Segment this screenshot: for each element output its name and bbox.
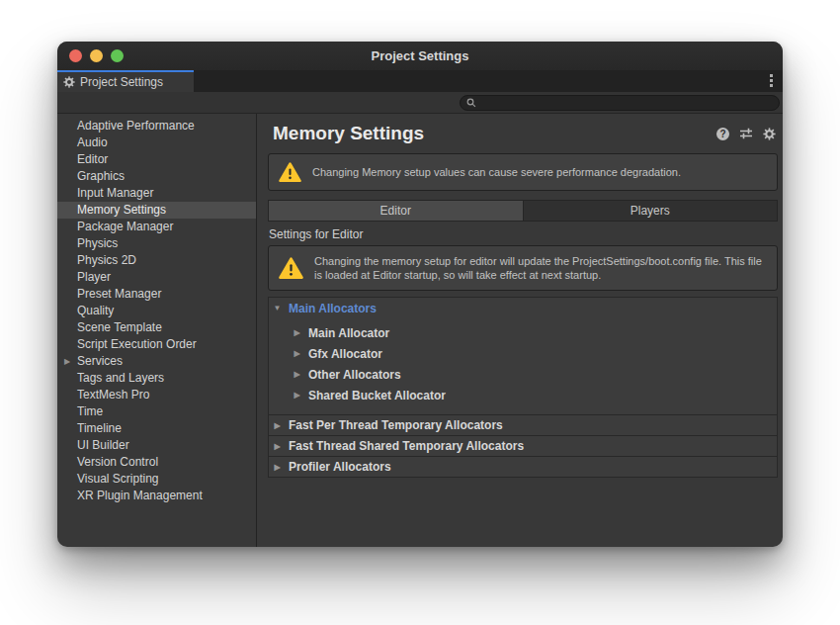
foldout-label: Main Allocators	[289, 302, 377, 315]
gear-icon	[63, 76, 75, 88]
preset-icon[interactable]	[739, 128, 753, 139]
desktop-background: Project Settings	[0, 0, 840, 625]
search-field[interactable]	[460, 95, 780, 111]
sidebar-item-physics[interactable]: Physics	[57, 235, 256, 252]
foldout-shared-bucket-allocator[interactable]: ▶ Shared Bucket Allocator	[269, 385, 777, 405]
foldout-collapsed-icon: ▶	[273, 421, 282, 430]
foldout-label: Gfx Allocator	[308, 347, 382, 361]
help-icon[interactable]: ?	[716, 128, 729, 140]
settings-sidebar: Adaptive Performance Audio Editor Graphi…	[57, 114, 257, 547]
tab-label: Project Settings	[80, 75, 163, 89]
sidebar-item-label: Services	[77, 354, 123, 368]
settings-for-label: Settings for Editor	[268, 227, 778, 241]
warning-icon	[279, 257, 303, 280]
sidebar-item-textmesh-pro[interactable]: TextMesh Pro	[57, 387, 256, 403]
warning-text: Changing Memory setup values can cause s…	[312, 165, 681, 179]
warning-icon	[279, 162, 301, 183]
sidebar-item-ui-builder[interactable]: UI Builder	[57, 437, 256, 454]
sidebar-item-scene-template[interactable]: Scene Template	[57, 319, 256, 336]
tab-strip: Project Settings	[57, 70, 783, 92]
sidebar-item-graphics[interactable]: Graphics	[57, 168, 256, 185]
tab-project-settings[interactable]: Project Settings	[57, 70, 194, 92]
foldout-collapsed-icon: ▶	[293, 349, 301, 358]
memory-settings-panel: Memory Settings ?	[257, 114, 783, 547]
foldout-fast-per-thread-temporary-allocators[interactable]: ▶ Fast Per Thread Temporary Allocators	[269, 414, 777, 435]
sidebar-item-version-control[interactable]: Version Control	[57, 454, 256, 471]
sidebar-item-editor[interactable]: Editor	[57, 151, 256, 168]
close-window-button[interactable]	[69, 49, 82, 62]
tab-editor[interactable]: Editor	[269, 201, 523, 221]
sidebar-item-physics-2d[interactable]: Physics 2D	[57, 252, 256, 269]
expand-arrow-icon[interactable]: ▶	[64, 353, 70, 370]
foldout-label: Profiler Allocators	[289, 460, 391, 474]
foldout-label: Main Allocator	[308, 326, 389, 340]
foldout-collapsed-icon: ▶	[273, 442, 282, 451]
editor-warning-banner: Changing the memory setup for editor wil…	[268, 245, 778, 291]
tab-players[interactable]: Players	[523, 201, 778, 221]
sidebar-item-time[interactable]: Time	[57, 403, 256, 420]
sidebar-item-xr-plugin-management[interactable]: XR Plugin Management	[57, 488, 256, 504]
foldout-other-allocators[interactable]: ▶ Other Allocators	[269, 364, 777, 385]
platform-tabs: Editor Players	[268, 200, 778, 222]
foldout-label: Shared Bucket Allocator	[308, 389, 446, 402]
warning-banner: Changing Memory setup values can cause s…	[268, 153, 778, 191]
search-icon	[466, 98, 476, 108]
allocators-list: ▼ Main Allocators ▶ Main Allocator ▶ Gfx…	[268, 297, 778, 478]
sidebar-item-tags-and-layers[interactable]: Tags and Layers	[57, 370, 256, 387]
kebab-menu-icon[interactable]	[770, 74, 773, 87]
toolbar	[57, 92, 783, 114]
header-icons: ?	[716, 128, 776, 140]
foldout-collapsed-icon: ▶	[293, 370, 301, 379]
sidebar-item-quality[interactable]: Quality	[57, 303, 256, 319]
foldout-collapsed-icon: ▶	[293, 391, 301, 400]
project-settings-window: Project Settings	[57, 42, 783, 547]
sidebar-item-adaptive-performance[interactable]: Adaptive Performance	[57, 118, 256, 134]
main-allocators-children: ▶ Main Allocator ▶ Gfx Allocator ▶ Other…	[269, 318, 777, 414]
gear-icon[interactable]	[763, 128, 776, 140]
page-title: Memory Settings	[273, 123, 424, 144]
content-area: Adaptive Performance Audio Editor Graphi…	[57, 114, 783, 547]
foldout-main-allocator[interactable]: ▶ Main Allocator	[269, 322, 777, 343]
sidebar-item-audio[interactable]: Audio	[57, 134, 256, 151]
sidebar-item-visual-scripting[interactable]: Visual Scripting	[57, 471, 256, 488]
foldout-expanded-icon: ▼	[273, 304, 282, 312]
foldout-collapsed-icon: ▶	[273, 463, 282, 472]
sidebar-item-script-execution-order[interactable]: Script Execution Order	[57, 336, 256, 353]
window-titlebar[interactable]: Project Settings	[57, 42, 783, 70]
traffic-lights	[69, 42, 124, 70]
window-title: Project Settings	[372, 48, 469, 63]
sidebar-item-player[interactable]: Player	[57, 269, 256, 286]
sidebar-item-memory-settings[interactable]: Memory Settings	[57, 202, 256, 219]
sidebar-item-package-manager[interactable]: Package Manager	[57, 219, 256, 235]
editor-warning-text: Changing the memory setup for editor wil…	[314, 254, 767, 282]
sidebar-item-timeline[interactable]: Timeline	[57, 420, 256, 437]
foldout-label: Fast Thread Shared Temporary Allocators	[289, 439, 524, 453]
sidebar-item-services[interactable]: ▶ Services	[57, 353, 256, 370]
minimize-window-button[interactable]	[90, 49, 103, 62]
foldout-main-allocators[interactable]: ▼ Main Allocators	[269, 298, 777, 318]
sidebar-item-preset-manager[interactable]: Preset Manager	[57, 286, 256, 303]
foldout-label: Fast Per Thread Temporary Allocators	[289, 418, 503, 432]
foldout-fast-thread-shared-temporary-allocators[interactable]: ▶ Fast Thread Shared Temporary Allocator…	[269, 435, 777, 456]
foldout-label: Other Allocators	[308, 368, 401, 382]
foldout-collapsed-icon: ▶	[293, 328, 301, 337]
search-input[interactable]	[480, 97, 773, 109]
sidebar-item-input-manager[interactable]: Input Manager	[57, 185, 256, 202]
foldout-profiler-allocators[interactable]: ▶ Profiler Allocators	[269, 456, 777, 477]
zoom-window-button[interactable]	[111, 49, 124, 62]
foldout-gfx-allocator[interactable]: ▶ Gfx Allocator	[269, 343, 777, 364]
